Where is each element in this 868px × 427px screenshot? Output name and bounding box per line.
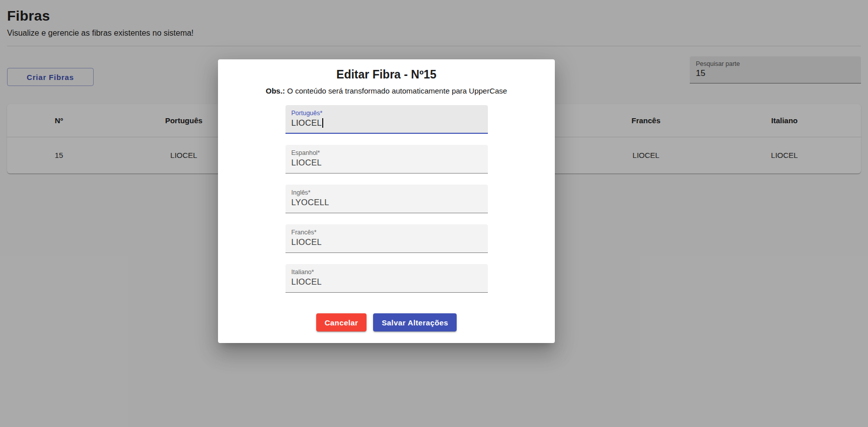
italiano-field-value: LIOCEL [292,277,482,287]
dialog-note-prefix: Obs.: [266,87,285,95]
italiano-field[interactable]: Italiano* LIOCEL [285,264,488,293]
portugues-field-value: LIOCEL [292,118,482,128]
dialog-note: Obs.: O conteúdo será transformado autom… [218,87,555,95]
portugues-field[interactable]: Português* LIOCEL [285,105,488,134]
frances-field-value: LIOCEL [292,237,482,247]
text-cursor [322,118,323,128]
frances-field-label: Francês* [292,229,482,236]
edit-fibra-dialog: Editar Fibra - Nº15 Obs.: O conteúdo ser… [218,59,555,343]
espanhol-field-label: Espanhol* [292,149,482,156]
frances-field[interactable]: Francês* LIOCEL [285,224,488,253]
dialog-note-text: O conteúdo será transformado automaticam… [285,87,507,95]
save-button[interactable]: Salvar Alterações [373,313,457,331]
cancel-button[interactable]: Cancelar [316,313,367,331]
espanhol-field-value: LIOCEL [292,158,482,167]
italiano-field-label: Italiano* [292,269,482,276]
ingles-field-label: Inglês* [292,189,482,196]
portugues-field-label: Português* [292,110,482,117]
ingles-field-value: LYOCELL [292,198,482,207]
espanhol-field[interactable]: Espanhol* LIOCEL [285,145,488,174]
ingles-field[interactable]: Inglês* LYOCELL [285,185,488,213]
app-screen: Fibras Visualize e gerencie as fibras ex… [0,0,868,427]
dialog-actions: Cancelar Salvar Alterações [218,313,555,331]
dialog-title: Editar Fibra - Nº15 [218,68,555,81]
dialog-fields: Português* LIOCEL Espanhol* LIOCEL Inglê… [285,105,488,293]
